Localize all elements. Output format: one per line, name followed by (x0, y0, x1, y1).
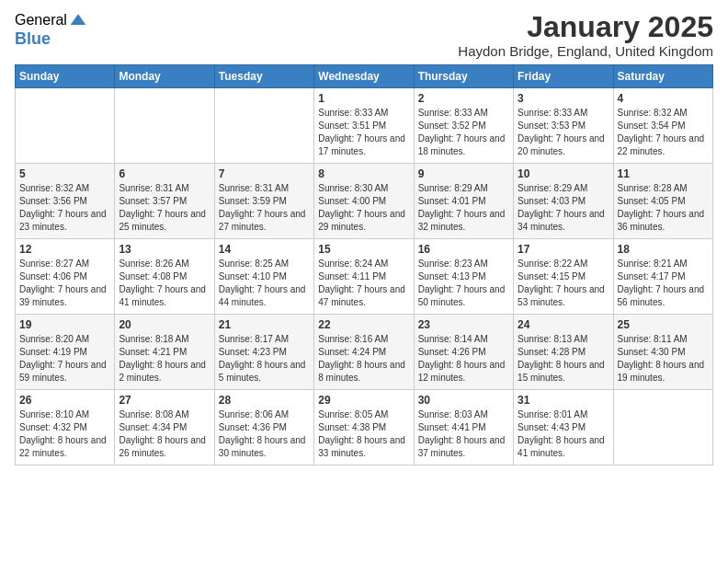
calendar-cell: 25Sunrise: 8:11 AMSunset: 4:30 PMDayligh… (613, 315, 712, 390)
day-info: Sunrise: 8:25 AMSunset: 4:10 PMDaylight:… (219, 258, 310, 309)
calendar-cell (16, 88, 115, 164)
day-info: Sunrise: 8:33 AMSunset: 3:52 PMDaylight:… (418, 107, 509, 158)
day-number: 16 (418, 243, 509, 256)
day-number: 21 (219, 318, 310, 331)
day-info: Sunrise: 8:22 AMSunset: 4:15 PMDaylight:… (518, 258, 609, 309)
calendar-cell: 4Sunrise: 8:32 AMSunset: 3:54 PMDaylight… (613, 88, 712, 164)
calendar-week-1: 5Sunrise: 8:32 AMSunset: 3:56 PMDaylight… (16, 164, 713, 239)
logo-blue-text: Blue (15, 29, 51, 49)
day-number: 18 (618, 243, 709, 256)
day-info: Sunrise: 8:33 AMSunset: 3:53 PMDaylight:… (518, 107, 609, 158)
col-friday: Friday (514, 65, 613, 88)
col-tuesday: Tuesday (214, 65, 313, 88)
calendar-cell: 24Sunrise: 8:13 AMSunset: 4:28 PMDayligh… (514, 315, 613, 390)
day-number: 4 (618, 92, 709, 105)
day-info: Sunrise: 8:26 AMSunset: 4:08 PMDaylight:… (119, 258, 210, 309)
day-info: Sunrise: 8:23 AMSunset: 4:13 PMDaylight:… (418, 258, 509, 309)
calendar-cell: 1Sunrise: 8:33 AMSunset: 3:51 PMDaylight… (314, 88, 414, 164)
location: Haydon Bridge, England, United Kingdom (458, 43, 713, 59)
day-number: 17 (518, 243, 609, 256)
calendar-header: Sunday Monday Tuesday Wednesday Thursday… (16, 65, 713, 88)
day-info: Sunrise: 8:10 AMSunset: 4:32 PMDaylight:… (19, 408, 110, 460)
calendar-table: Sunday Monday Tuesday Wednesday Thursday… (15, 64, 713, 465)
day-number: 7 (219, 167, 310, 180)
calendar-cell: 10Sunrise: 8:29 AMSunset: 4:03 PMDayligh… (514, 164, 613, 239)
logo: General Blue (15, 11, 87, 49)
calendar-cell: 7Sunrise: 8:31 AMSunset: 3:59 PMDaylight… (214, 164, 313, 239)
day-info: Sunrise: 8:21 AMSunset: 4:17 PMDaylight:… (618, 258, 709, 309)
calendar-cell: 13Sunrise: 8:26 AMSunset: 4:08 PMDayligh… (115, 239, 214, 315)
day-info: Sunrise: 8:29 AMSunset: 4:01 PMDaylight:… (418, 182, 509, 234)
day-info: Sunrise: 8:28 AMSunset: 4:05 PMDaylight:… (618, 182, 709, 234)
calendar-cell: 23Sunrise: 8:14 AMSunset: 4:26 PMDayligh… (414, 315, 513, 390)
calendar-cell: 26Sunrise: 8:10 AMSunset: 4:32 PMDayligh… (16, 390, 115, 465)
calendar-cell: 6Sunrise: 8:31 AMSunset: 3:57 PMDaylight… (115, 164, 214, 239)
day-number: 28 (219, 394, 310, 407)
day-number: 10 (518, 167, 609, 180)
col-sunday: Sunday (16, 65, 115, 88)
col-wednesday: Wednesday (314, 65, 414, 88)
day-info: Sunrise: 8:33 AMSunset: 3:51 PMDaylight:… (318, 107, 409, 158)
day-number: 24 (518, 318, 609, 331)
day-info: Sunrise: 8:24 AMSunset: 4:11 PMDaylight:… (318, 258, 409, 309)
calendar-cell: 2Sunrise: 8:33 AMSunset: 3:52 PMDaylight… (414, 88, 513, 164)
day-number: 6 (119, 167, 210, 180)
logo-text: General (15, 11, 87, 29)
day-number: 1 (318, 92, 409, 105)
calendar-week-3: 19Sunrise: 8:20 AMSunset: 4:19 PMDayligh… (16, 315, 713, 390)
calendar-cell (115, 88, 214, 164)
calendar-cell: 14Sunrise: 8:25 AMSunset: 4:10 PMDayligh… (214, 239, 313, 315)
day-info: Sunrise: 8:06 AMSunset: 4:36 PMDaylight:… (219, 408, 310, 460)
calendar-week-4: 26Sunrise: 8:10 AMSunset: 4:32 PMDayligh… (16, 390, 713, 465)
day-info: Sunrise: 8:27 AMSunset: 4:06 PMDaylight:… (19, 258, 110, 309)
day-number: 15 (318, 243, 409, 256)
calendar-cell: 11Sunrise: 8:28 AMSunset: 4:05 PMDayligh… (613, 164, 712, 239)
day-info: Sunrise: 8:16 AMSunset: 4:24 PMDaylight:… (318, 333, 409, 385)
calendar-cell: 21Sunrise: 8:17 AMSunset: 4:23 PMDayligh… (214, 315, 313, 390)
day-number: 13 (119, 243, 210, 256)
calendar-cell: 30Sunrise: 8:03 AMSunset: 4:41 PMDayligh… (414, 390, 513, 465)
day-number: 11 (618, 167, 709, 180)
calendar-cell: 18Sunrise: 8:21 AMSunset: 4:17 PMDayligh… (613, 239, 712, 315)
calendar-cell: 17Sunrise: 8:22 AMSunset: 4:15 PMDayligh… (514, 239, 613, 315)
day-info: Sunrise: 8:29 AMSunset: 4:03 PMDaylight:… (518, 182, 609, 234)
header-row: Sunday Monday Tuesday Wednesday Thursday… (16, 65, 713, 88)
calendar-cell: 8Sunrise: 8:30 AMSunset: 4:00 PMDaylight… (314, 164, 414, 239)
day-number: 22 (318, 318, 409, 331)
day-info: Sunrise: 8:05 AMSunset: 4:38 PMDaylight:… (318, 408, 409, 460)
day-number: 23 (418, 318, 509, 331)
col-monday: Monday (115, 65, 214, 88)
day-info: Sunrise: 8:31 AMSunset: 3:59 PMDaylight:… (219, 182, 310, 234)
col-saturday: Saturday (613, 65, 712, 88)
day-info: Sunrise: 8:31 AMSunset: 3:57 PMDaylight:… (119, 182, 210, 234)
col-thursday: Thursday (414, 65, 513, 88)
day-number: 2 (418, 92, 509, 105)
day-number: 25 (618, 318, 709, 331)
calendar-cell: 3Sunrise: 8:33 AMSunset: 3:53 PMDaylight… (514, 88, 613, 164)
day-number: 5 (19, 167, 110, 180)
day-number: 9 (418, 167, 509, 180)
calendar-cell: 19Sunrise: 8:20 AMSunset: 4:19 PMDayligh… (16, 315, 115, 390)
day-info: Sunrise: 8:13 AMSunset: 4:28 PMDaylight:… (518, 333, 609, 385)
calendar-cell: 9Sunrise: 8:29 AMSunset: 4:01 PMDaylight… (414, 164, 513, 239)
svg-marker-0 (71, 14, 86, 25)
day-number: 3 (518, 92, 609, 105)
day-number: 26 (19, 394, 110, 407)
calendar-cell (214, 88, 313, 164)
day-info: Sunrise: 8:03 AMSunset: 4:41 PMDaylight:… (418, 408, 509, 460)
header: General Blue January 2025 Haydon Bridge,… (15, 11, 713, 59)
calendar-cell: 27Sunrise: 8:08 AMSunset: 4:34 PMDayligh… (115, 390, 214, 465)
calendar-cell: 31Sunrise: 8:01 AMSunset: 4:43 PMDayligh… (514, 390, 613, 465)
calendar-cell: 28Sunrise: 8:06 AMSunset: 4:36 PMDayligh… (214, 390, 313, 465)
day-number: 27 (119, 394, 210, 407)
day-info: Sunrise: 8:17 AMSunset: 4:23 PMDaylight:… (219, 333, 310, 385)
day-info: Sunrise: 8:30 AMSunset: 4:00 PMDaylight:… (318, 182, 409, 234)
month-title: January 2025 (458, 11, 713, 43)
day-info: Sunrise: 8:18 AMSunset: 4:21 PMDaylight:… (119, 333, 210, 385)
day-info: Sunrise: 8:08 AMSunset: 4:34 PMDaylight:… (119, 408, 210, 460)
title-block: January 2025 Haydon Bridge, England, Uni… (458, 11, 713, 59)
day-number: 29 (318, 394, 409, 407)
day-info: Sunrise: 8:32 AMSunset: 3:56 PMDaylight:… (19, 182, 110, 234)
day-info: Sunrise: 8:01 AMSunset: 4:43 PMDaylight:… (518, 408, 609, 460)
calendar-cell: 15Sunrise: 8:24 AMSunset: 4:11 PMDayligh… (314, 239, 414, 315)
